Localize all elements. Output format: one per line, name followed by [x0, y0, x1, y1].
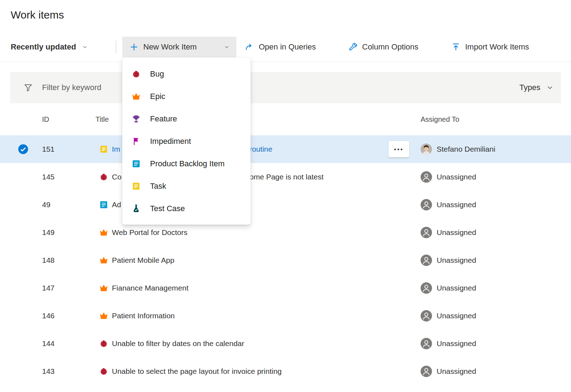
pbi-icon: [99, 200, 108, 209]
open-in-queries-icon: [245, 42, 254, 52]
table-row[interactable]: 151Im•••Stefano Demilianiroutine: [0, 135, 571, 163]
work-item-title-continued[interactable]: ome Page is not latest: [250, 173, 324, 181]
menu-item-label: Epic: [150, 92, 165, 101]
chevron-down-icon: [82, 45, 87, 49]
feature-icon: [132, 114, 141, 124]
menu-item-label: Task: [150, 182, 166, 191]
epic-icon: [132, 92, 141, 101]
work-item-title-continued[interactable]: routine: [250, 145, 272, 153]
task-icon: [99, 145, 108, 154]
work-item-title[interactable]: Im: [112, 145, 120, 153]
assigned-to-cell: Unassigned: [413, 338, 571, 349]
menu-item-epic[interactable]: Epic: [122, 85, 251, 108]
work-item-title[interactable]: Ad: [112, 200, 121, 209]
column-options-button[interactable]: Column Options: [348, 37, 418, 57]
assignee-name: Unassigned: [437, 228, 476, 237]
work-item-id: 149: [36, 228, 90, 237]
filter-funnel-icon: [24, 83, 33, 92]
unassigned-avatar-icon: [421, 282, 432, 294]
menu-item-label: Test Case: [150, 204, 185, 213]
table-row[interactable]: 49AdUnassigned: [0, 191, 571, 219]
assigned-to-cell: Unassigned: [413, 227, 571, 238]
row-select-cell[interactable]: [10, 144, 36, 155]
open-in-queries-button[interactable]: Open in Queries: [245, 37, 316, 57]
task-icon: [132, 182, 141, 191]
work-item-title[interactable]: Unable to filter by dates on the calenda…: [112, 339, 244, 348]
chevron-down-icon: [547, 84, 553, 91]
bug-icon: [99, 339, 108, 348]
menu-item-label: Product Backlog Item: [150, 159, 225, 168]
work-item-id: 151: [36, 145, 90, 153]
epic-icon: [99, 283, 108, 293]
assignee-name: Unassigned: [437, 173, 476, 181]
assignee-name: Unassigned: [437, 312, 476, 320]
menu-item-test-case[interactable]: Test Case: [122, 197, 251, 220]
epic-icon: [99, 228, 108, 237]
assignee-name: Unassigned: [437, 284, 476, 292]
column-header-id[interactable]: ID: [36, 115, 90, 124]
keyword-filter-input[interactable]: [42, 83, 519, 92]
filter-bar: Types: [10, 72, 561, 103]
work-items-rows: 151Im•••Stefano Demilianiroutine145CoUna…: [0, 135, 571, 385]
menu-item-bug[interactable]: Bug: [122, 63, 251, 85]
unassigned-avatar-icon: [421, 171, 432, 183]
work-item-id: 144: [36, 339, 90, 348]
types-filter-dropdown[interactable]: Types: [519, 83, 553, 92]
types-filter-label: Types: [519, 83, 540, 92]
table-row[interactable]: 147Fianance ManagementUnassigned: [0, 274, 571, 302]
assigned-to-cell: Unassigned: [413, 366, 571, 377]
unassigned-avatar-icon: [421, 338, 432, 349]
toolbar-separator: [116, 41, 116, 53]
assigned-to-cell: Stefano Demiliani: [413, 143, 571, 155]
toolbar-divider: [0, 62, 571, 62]
import-work-items-label: Import Work Items: [465, 42, 529, 52]
menu-item-label: Bug: [150, 69, 164, 79]
column-header-assigned-to[interactable]: Assigned To: [413, 115, 571, 124]
table-row[interactable]: 146Patient InformationUnassigned: [0, 302, 571, 330]
new-work-item-menu: BugEpicFeatureImpedimentProduct Backlog …: [122, 58, 251, 225]
unassigned-avatar-icon: [421, 227, 432, 238]
work-item-title[interactable]: Patient Mobile App: [112, 256, 174, 265]
new-work-item-label: New Work Item: [143, 42, 197, 52]
view-selector-dropdown[interactable]: Recently updated: [11, 37, 87, 57]
assigned-to-cell: Unassigned: [413, 171, 571, 183]
menu-item-product-backlog-item[interactable]: Product Backlog Item: [122, 152, 251, 175]
row-context-menu-button[interactable]: •••: [389, 141, 409, 157]
testcase-icon: [132, 204, 141, 213]
assigned-to-cell: Unassigned: [413, 310, 571, 322]
work-item-id: 145: [36, 173, 90, 181]
unassigned-avatar-icon: [421, 255, 432, 266]
work-item-id: 148: [36, 256, 90, 265]
menu-item-task[interactable]: Task: [122, 175, 251, 197]
assignee-name: Unassigned: [437, 256, 476, 265]
impediment-icon: [132, 137, 141, 146]
wrench-icon: [348, 42, 357, 52]
plus-icon: [129, 42, 139, 52]
new-work-item-button[interactable]: New Work Item: [122, 37, 236, 57]
work-item-title[interactable]: Fianance Management: [112, 284, 189, 292]
table-row[interactable]: 148Patient Mobile AppUnassigned: [0, 246, 571, 274]
toolbar: Recently updated New Work Item Open in Q…: [0, 37, 571, 57]
menu-item-feature[interactable]: Feature: [122, 108, 251, 130]
work-item-title[interactable]: Unable to select the page layout for inv…: [112, 367, 282, 376]
unassigned-avatar-icon: [421, 366, 432, 377]
table-row[interactable]: 145CoUnassignedome Page is not latest: [0, 163, 571, 191]
import-work-items-button[interactable]: Import Work Items: [451, 37, 529, 57]
table-row[interactable]: 149Web Portal for DoctorsUnassigned: [0, 219, 571, 246]
work-item-id: 146: [36, 312, 90, 320]
assigned-to-cell: Unassigned: [413, 199, 571, 210]
assignee-name: Stefano Demiliani: [437, 145, 495, 153]
table-row[interactable]: 143Unable to select the page layout for …: [0, 357, 571, 385]
menu-item-impediment[interactable]: Impediment: [122, 130, 251, 152]
work-item-id: 49: [36, 200, 90, 209]
bug-icon: [99, 172, 108, 182]
table-row[interactable]: 144Unable to filter by dates on the cale…: [0, 330, 571, 357]
unassigned-avatar-icon: [421, 310, 432, 322]
new-work-item-menu-list: BugEpicFeatureImpedimentProduct Backlog …: [122, 63, 251, 220]
work-item-title[interactable]: Co: [112, 173, 122, 181]
assignee-name: Unassigned: [437, 339, 476, 348]
work-item-title[interactable]: Patient Information: [112, 312, 175, 320]
work-item-title[interactable]: Web Portal for Doctors: [112, 228, 187, 237]
column-options-label: Column Options: [362, 42, 418, 52]
selected-check-icon: [18, 144, 29, 155]
